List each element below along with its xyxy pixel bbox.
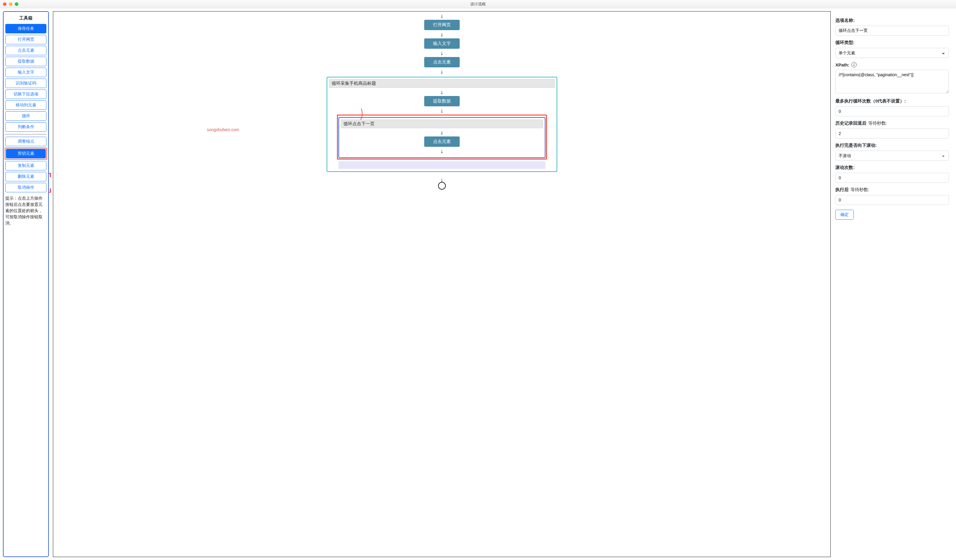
click-element-button[interactable]: 点击元素 bbox=[5, 46, 46, 55]
flow-column: ↓ 打开网页 ↓ 输入文字 ↓ 点击元素 ↓ 循环采集手机商品标题 ↓ 提取数据… bbox=[53, 11, 830, 190]
adjust-anchor-button[interactable]: 调整锚点 bbox=[5, 137, 46, 146]
node-click-next[interactable]: 点击元素 bbox=[424, 136, 460, 147]
arrow-icon[interactable]: ↓ bbox=[440, 147, 444, 155]
loop-type-select[interactable]: 单个元素 bbox=[835, 48, 949, 58]
xpath-label: XPath: ⌣̈ bbox=[835, 62, 949, 67]
open-page-button[interactable]: 打开网页 bbox=[5, 35, 46, 44]
switch-select-button[interactable]: 切换下拉选项 bbox=[5, 89, 46, 99]
scroll-count-input[interactable] bbox=[835, 173, 949, 183]
copy-element-button[interactable]: 复制元素 bbox=[5, 161, 46, 170]
loop-footer-bar[interactable] bbox=[338, 161, 546, 169]
move-to-element-button[interactable]: 移动到元素 bbox=[5, 100, 46, 110]
max-loop-label: 最多执行循环次数（0代表不设置）: bbox=[835, 98, 949, 104]
max-loop-input[interactable] bbox=[835, 106, 949, 116]
toolbox-title: 工具箱 bbox=[5, 16, 46, 21]
exec-wait-input[interactable] bbox=[835, 195, 949, 205]
scroll-count-label: 滚动次数: bbox=[835, 165, 949, 170]
loop-box-outer[interactable]: 循环采集手机商品标题 ↓ 提取数据 ↓ 循环点击下一页 ↓ 点击元素 ↓ bbox=[327, 77, 557, 172]
save-task-button[interactable]: 保存任务 bbox=[5, 24, 46, 33]
history-wait-input[interactable] bbox=[835, 129, 949, 138]
inner-loop-highlight: 循环点击下一页 ↓ 点击元素 ↓ bbox=[337, 115, 547, 160]
captcha-button[interactable]: 识别验证码 bbox=[5, 78, 46, 88]
help-icon[interactable]: ⌣̈ bbox=[851, 62, 857, 67]
node-input-text[interactable]: 输入文字 bbox=[424, 38, 460, 49]
loop-type-label: 循环类型: bbox=[835, 40, 949, 45]
loop-outer-body: ↓ 提取数据 ↓ 循环点击下一页 ↓ 点击元素 ↓ bbox=[327, 88, 557, 171]
extract-data-button[interactable]: 提取数据 bbox=[5, 57, 46, 66]
loop-box-inner[interactable]: 循环点击下一页 ↓ 点击元素 ↓ bbox=[338, 117, 546, 158]
scroll-after-select[interactable]: 不滚动 bbox=[835, 151, 949, 161]
loop-inner-title[interactable]: 循环点击下一页 bbox=[341, 119, 543, 128]
arrow-icon[interactable]: ↓ bbox=[440, 11, 444, 20]
node-open-page[interactable]: 打开网页 bbox=[424, 20, 460, 30]
end-node[interactable] bbox=[438, 182, 446, 190]
window-titlebar: 设计流程 bbox=[0, 0, 956, 8]
window-title: 设计流程 bbox=[0, 2, 956, 7]
canvas-wrap: songshuhezi.com ↓ 打开网页 ↓ 输入文字 ↓ 点击元素 ↓ 循… bbox=[52, 8, 832, 560]
arrow-icon[interactable]: ↓ bbox=[440, 88, 444, 96]
arrow-icon[interactable]: ↓ bbox=[440, 128, 444, 136]
watermark-text: songshuhezi.com bbox=[207, 127, 239, 132]
condition-button[interactable]: 判断条件 bbox=[5, 122, 46, 132]
option-name-input[interactable] bbox=[835, 26, 949, 36]
close-icon[interactable] bbox=[3, 2, 6, 6]
cut-element-button[interactable]: 剪切元素 bbox=[6, 149, 46, 158]
history-wait-label: 历史记录回退后等待秒数: bbox=[835, 121, 949, 126]
input-text-button[interactable]: 输入文字 bbox=[5, 67, 46, 77]
cancel-op-button[interactable]: 取消操作 bbox=[5, 183, 46, 192]
arrow-icon[interactable]: ↓ bbox=[440, 106, 444, 115]
arrow-icon[interactable]: ↓ bbox=[440, 49, 444, 57]
exec-wait-label: 执行后等待秒数: bbox=[835, 187, 949, 193]
traffic-lights bbox=[0, 2, 18, 6]
cut-element-highlight: 剪切元素 bbox=[5, 148, 47, 160]
sidebar-hint: 提示：点击上方操作按钮后点击要放置元素的位置处的箭头，可按取消操作按钮取消。 bbox=[5, 195, 46, 226]
scroll-after-label: 执行完是否向下滚动: bbox=[835, 143, 949, 148]
node-click-element[interactable]: 点击元素 bbox=[424, 57, 460, 67]
node-extract-data[interactable]: 提取数据 bbox=[424, 96, 460, 106]
xpath-textarea[interactable] bbox=[835, 70, 949, 93]
loop-button[interactable]: 循环 bbox=[5, 111, 46, 121]
delete-element-button[interactable]: 删除元素 bbox=[5, 172, 46, 181]
properties-panel: 选项名称: 循环类型: 单个元素 XPath: ⌣̈ 最多执行循环次数（0代表不… bbox=[832, 8, 956, 560]
maximize-icon[interactable] bbox=[15, 2, 18, 6]
loop-inner-body: ↓ 点击元素 ↓ bbox=[339, 128, 545, 157]
arrow-icon[interactable]: ↓ bbox=[440, 67, 444, 75]
option-name-label: 选项名称: bbox=[835, 18, 949, 24]
confirm-button[interactable]: 确定 bbox=[835, 210, 854, 220]
loop-outer-title[interactable]: 循环采集手机商品标题 bbox=[329, 79, 555, 88]
minimize-icon[interactable] bbox=[9, 2, 13, 6]
arrow-icon[interactable]: ↓ bbox=[440, 30, 444, 38]
toolbox-sidebar: 工具箱 保存任务 打开网页 点击元素 提取数据 输入文字 识别验证码 切换下拉选… bbox=[3, 11, 49, 557]
app-root: 工具箱 保存任务 打开网页 点击元素 提取数据 输入文字 识别验证码 切换下拉选… bbox=[0, 8, 956, 560]
flow-canvas[interactable]: songshuhezi.com ↓ 打开网页 ↓ 输入文字 ↓ 点击元素 ↓ 循… bbox=[53, 11, 831, 557]
